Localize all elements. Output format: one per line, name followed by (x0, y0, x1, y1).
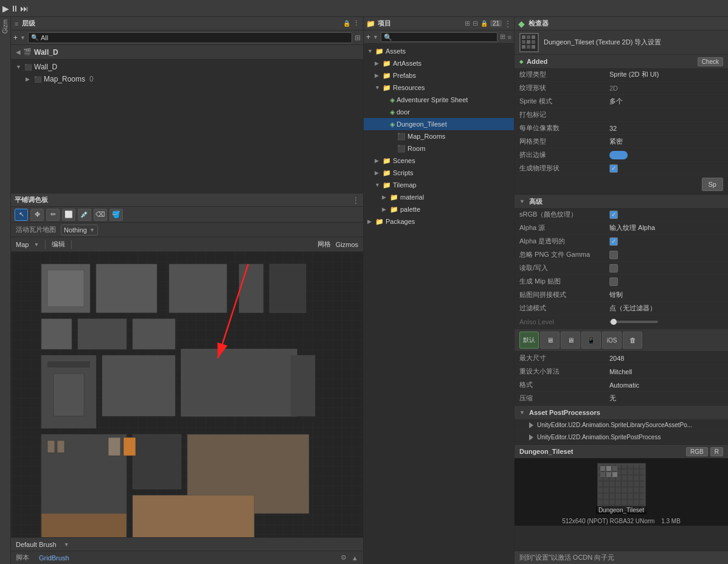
brush-dropdown[interactable]: ▼ (64, 541, 69, 548)
resize-algo-value: Mitchell (609, 368, 723, 375)
project-lock-icon[interactable]: 🔒 (480, 20, 488, 27)
nothing-value: Nothing (64, 226, 87, 234)
nothing-dropdown[interactable]: Nothing ▼ (61, 225, 98, 235)
material-item[interactable]: ▶ 📁 material (364, 191, 514, 203)
generate-mip-checkbox[interactable] (609, 277, 618, 286)
hierarchy-search[interactable]: 🔍 All (28, 32, 352, 43)
play-btn[interactable]: ▶ (2, 4, 9, 13)
tilemap-item[interactable]: ▼ 📁 Tilemap (364, 179, 514, 191)
hierarchy-menu-icon[interactable]: ≡ (15, 20, 18, 27)
alpha-transparent-checkbox[interactable]: ✓ (609, 237, 618, 246)
mesh-type-value: 紧密 (609, 137, 723, 146)
hierarchy-add-btn[interactable]: + (13, 33, 18, 42)
project-more-icon[interactable]: ⋮ (504, 19, 511, 28)
hierarchy-more-icon[interactable]: ⋮ (353, 19, 359, 27)
breadcrumb-back-btn[interactable]: ◀ (16, 49, 21, 55)
resources-collapse[interactable]: ▼ (375, 85, 381, 91)
prefabs-collapse[interactable]: ▶ (375, 72, 381, 78)
hierarchy-filter-icon[interactable]: ⊞ (355, 33, 361, 42)
packages-collapse[interactable]: ▶ (367, 218, 373, 225)
fill-tool-btn[interactable]: 🪣 (109, 209, 123, 221)
hierarchy-lock-icon[interactable]: 🔒 (343, 20, 350, 27)
wall-d-item[interactable]: ▼ ⬛ Wall_D (11, 61, 363, 73)
pause-btn[interactable]: ⏸ (10, 4, 19, 13)
scenes-item[interactable]: ▶ 📁 Scenes (364, 155, 514, 167)
generate-mip-label: 生成 Mip 贴图 (519, 277, 605, 286)
project-icon-1[interactable]: ⊞ (465, 19, 470, 27)
svg-rect-9 (78, 319, 127, 349)
packages-item[interactable]: ▶ 📁 Packages (364, 215, 514, 228)
format-label: 格式 (519, 380, 605, 389)
scripts-collapse[interactable]: ▶ (375, 170, 381, 176)
apply-sp-button[interactable]: Sp (702, 178, 723, 191)
script-settings-icon[interactable]: ⚙ (341, 554, 347, 562)
map-rooms-item[interactable]: ▶ ⬛ Map_Rooms 0 (11, 73, 363, 85)
proc2-arrow[interactable] (529, 434, 533, 440)
hierarchy-dropdown-arrow[interactable]: ▼ (20, 35, 26, 41)
check-button[interactable]: Check (698, 57, 723, 66)
move-tool-btn[interactable]: ✥ (30, 209, 44, 221)
project-tree: ▼ 📁 Assets ▶ 📁 ArtAssets ▶ 📁 Prefabs (364, 44, 514, 564)
r-button[interactable]: R (710, 447, 723, 456)
scripts-item[interactable]: ▶ 📁 Scripts (364, 167, 514, 179)
aniso-slider[interactable] (609, 321, 658, 323)
wall-d-collapse[interactable]: ▼ (16, 64, 22, 70)
rgb-button[interactable]: RGB (686, 447, 708, 456)
extrude-edges-slider[interactable] (609, 151, 628, 159)
art-assets-collapse[interactable]: ▶ (375, 60, 381, 66)
adventurer-item[interactable]: ◈ Adventurer Sprite Sheet (364, 94, 514, 106)
generate-physics-checkbox[interactable]: ✓ (609, 164, 618, 173)
eraser-tool-btn[interactable]: ⌫ (94, 209, 107, 221)
resources-item[interactable]: ▼ 📁 Resources (364, 82, 514, 94)
svg-rect-36 (522, 45, 525, 49)
material-collapse[interactable]: ▶ (382, 194, 388, 200)
palette-collapse[interactable]: ▶ (382, 206, 388, 212)
advanced-collapse[interactable]: ▼ (519, 198, 525, 204)
paint-tool-btn[interactable]: ✏ (46, 209, 60, 221)
tile-palette-more[interactable]: ⋮ (352, 196, 359, 204)
mobile-platform-btn[interactable]: 📱 (581, 332, 601, 349)
post-processors-header[interactable]: ▼ Asset PostProcessors (515, 406, 728, 419)
prefabs-item[interactable]: ▶ 📁 Prefabs (364, 69, 514, 82)
step-btn[interactable]: ⏭ (20, 4, 29, 13)
processor-2-item: UnityEditor.U2D.Animation.SpritePostProc… (515, 431, 728, 444)
advanced-section-header[interactable]: ▼ 高级 (515, 195, 728, 208)
rect-tool-btn[interactable]: ⬜ (62, 209, 75, 221)
scripts-label: Scripts (393, 169, 414, 176)
trash-platform-btn[interactable]: 🗑 (623, 332, 642, 349)
picker-tool-btn[interactable]: 💉 (78, 209, 91, 221)
assets-item[interactable]: ▼ 📁 Assets (364, 45, 514, 57)
select-tool-btn[interactable]: ↖ (15, 209, 28, 221)
assets-collapse[interactable]: ▼ (367, 48, 373, 54)
door-item[interactable]: ◈ door (364, 106, 514, 118)
project-icon-2[interactable]: ⊟ (473, 19, 478, 27)
added-section-header[interactable]: ◆ Added Check (515, 55, 728, 68)
edit-label: 编辑 (52, 240, 65, 249)
read-write-checkbox[interactable] (609, 264, 618, 273)
palette-item[interactable]: ▶ 📁 palette (364, 203, 514, 215)
map-rooms-collapse[interactable]: ▶ (26, 76, 32, 82)
dungeon-tileset-item[interactable]: ◈ Dungeon_Tileset (364, 118, 514, 130)
scenes-collapse[interactable]: ▶ (375, 158, 381, 164)
compression-label: 压缩 (519, 394, 605, 403)
project-add-arrow[interactable]: ▼ (373, 34, 378, 40)
map-dropdown-arrow[interactable]: ▼ (33, 242, 39, 248)
art-assets-item[interactable]: ▶ 📁 ArtAssets (364, 57, 514, 69)
adventurer-label: Adventurer Sprite Sheet (397, 96, 468, 103)
room-item[interactable]: ⬛ Room (364, 142, 514, 155)
project-search-input[interactable] (381, 32, 497, 42)
monitor-platform-btn[interactable]: 🖥 (540, 332, 560, 349)
ignore-png-checkbox[interactable] (609, 251, 618, 259)
script-scroll-up[interactable]: ▲ (352, 554, 358, 562)
proc1-arrow[interactable] (529, 422, 533, 428)
tv-platform-btn[interactable]: 🖥 (561, 332, 580, 349)
pp-collapse[interactable]: ▼ (519, 409, 525, 416)
ios-platform-btn[interactable]: iOS (602, 332, 622, 349)
default-platform-btn[interactable]: 默认 (519, 332, 539, 349)
project-add-btn[interactable]: + (366, 33, 370, 41)
map-rooms-proj-item[interactable]: ⬛ Map_Rooms (364, 130, 514, 142)
map-view[interactable] (11, 252, 363, 537)
tilemap-collapse[interactable]: ▼ (375, 182, 381, 188)
srgb-checkbox[interactable]: ✓ (609, 211, 618, 219)
svg-rect-7 (269, 264, 306, 313)
